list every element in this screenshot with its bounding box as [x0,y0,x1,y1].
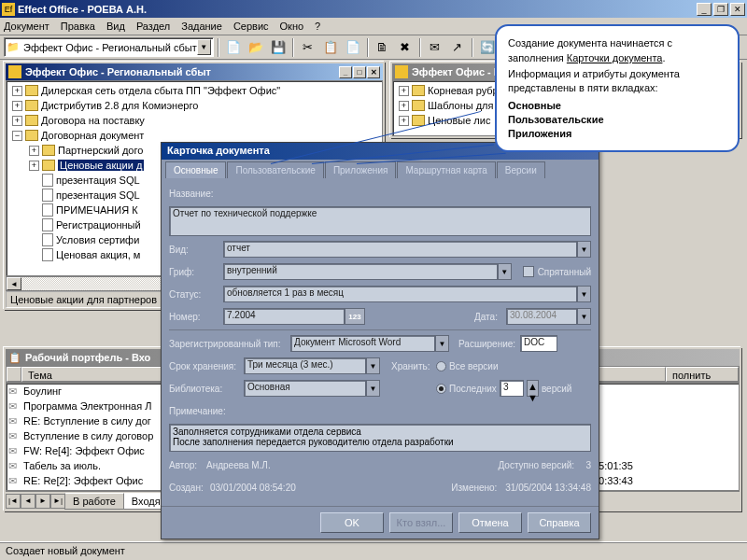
delete-button[interactable]: ✖ [395,37,416,58]
tree-item[interactable]: −Договорная документ [8,128,380,143]
vid-label: Вид: [169,245,223,255]
close-button[interactable]: ✕ [730,3,745,16]
keep-n-input[interactable]: 3 [500,380,524,397]
col-extra[interactable]: полнить [666,367,739,382]
folder-icon: 📁 [7,41,20,53]
tab-working[interactable]: В работе [64,493,124,510]
chevron-down-icon[interactable]: ▼ [577,308,591,325]
notes-label: Примечание: [169,406,244,416]
tree-item[interactable]: +Дистрибутив 2.8 для Комиэнерго [8,98,380,113]
menu-document[interactable]: Документ [4,21,49,32]
panel-max-button[interactable]: □ [353,66,366,78]
regtype-input[interactable]: Документ Microsoft Word [290,335,435,352]
tree-item[interactable]: +Договора на поставку [8,113,380,128]
help-button[interactable]: Справка [528,512,591,533]
ext-label: Расширение: [458,339,520,349]
storage-label: Срок хранения: [169,361,244,371]
storage-input[interactable]: Три месяца (3 мес.) [244,357,366,374]
tab-last-button[interactable]: ►| [50,494,65,509]
new-doc-button[interactable]: 📄 [223,37,244,58]
keep-last-radio[interactable] [436,384,446,394]
grif-label: Гриф: [169,267,223,277]
restore-button[interactable]: ❐ [713,3,728,16]
dialog-doc-card: Карточка документа Основные Пользователь… [161,142,599,539]
menu-help[interactable]: ? [315,21,320,32]
chevron-down-icon[interactable]: ▼ [366,357,380,374]
keep-last-label: Последних [449,384,497,394]
keep-label: Хранить: [391,361,436,371]
chevron-down-icon[interactable]: ▼ [498,263,512,280]
notes-input[interactable]: Заполняется сотрудниками отдела сервиса … [169,424,591,452]
hidden-label: Спрятанный [538,267,591,277]
cut-button[interactable]: ✂ [298,37,318,58]
hidden-checkbox[interactable] [523,266,534,277]
chevron-down-icon[interactable]: ▼ [197,39,211,55]
copy-button[interactable]: 📋 [320,37,341,58]
cancel-button[interactable]: Отмена [458,512,522,533]
num-label: Номер: [169,312,223,322]
ok-button[interactable]: OK [320,512,384,533]
menu-service[interactable]: Сервис [233,21,269,32]
menu-view[interactable]: Вид [106,21,125,32]
keep-all-radio[interactable] [436,361,446,371]
section-combo-value: Эффект Офис - Региональный сбыт [23,42,197,53]
tab-first-button[interactable]: |◄ [6,494,21,509]
tab-main[interactable]: Основные [165,161,226,178]
panel-min-button[interactable]: _ [339,66,352,78]
date-input[interactable]: 30.08.2004 [506,308,577,325]
folder-icon [395,65,408,78]
status-label: Статус: [169,289,223,300]
grif-input[interactable]: внутренний [223,263,498,280]
menu-section[interactable]: Раздел [136,21,170,32]
avail-value: 3 [585,460,591,470]
chevron-down-icon[interactable]: ▼ [435,335,449,352]
who-button[interactable]: Кто взял... [389,512,453,533]
panel-close-button[interactable]: ✕ [367,66,380,78]
route-button[interactable]: ↗ [447,37,468,58]
author-label: Автор: [169,460,206,470]
props-button[interactable]: 🗎 [373,37,393,58]
save-button[interactable]: 💾 [268,37,289,58]
open-button[interactable]: 📂 [246,37,266,58]
created-label: Создан: [169,483,210,493]
tab-user[interactable]: Пользовательские [227,161,323,178]
menu-window[interactable]: Окно [280,21,304,32]
tab-route[interactable]: Маршрутная карта [397,161,495,178]
spinner[interactable]: ▲▼ [527,380,539,397]
tab-versions[interactable]: Версии [497,161,545,178]
minimize-button[interactable]: _ [697,3,712,16]
status-input[interactable]: обновляется 1 раз в месяц [223,286,577,302]
avail-label: Доступно версий: [498,460,585,470]
created-value: 03/01/2004 08:54:20 [210,483,296,493]
keep-all-label: Все версии [449,361,499,371]
statusbar: Создает новый документ [0,541,747,560]
tree-item[interactable]: +Дилерская сеть отдела сбыта ПП "Эффект … [8,83,380,98]
num-input[interactable]: 7.2004 [223,308,345,325]
scroll-left-button[interactable]: ◄ [7,277,21,290]
lib-input[interactable]: Основная [244,380,366,397]
folder-icon [8,65,21,78]
chevron-down-icon[interactable]: ▼ [366,380,380,397]
chevron-down-icon[interactable]: ▼ [577,241,591,258]
app-title: Effect Office - РОЕВА А.Н. [18,4,697,15]
regtype-label: Зарегистрированный тип: [169,339,290,349]
panel-regional-title[interactable]: Эффект Офис - Региональный сбыт _ □ ✕ [6,63,383,80]
author-value: Андреева М.Л. [206,460,271,470]
app-titlebar: Ef Effect Office - РОЕВА А.Н. _ ❐ ✕ [0,0,747,18]
chevron-down-icon[interactable]: ▼ [577,286,591,302]
vid-input[interactable]: отчет [223,241,577,258]
mail-button[interactable]: ✉ [425,37,445,58]
app-icon: Ef [2,3,15,16]
section-combo[interactable]: 📁 Эффект Офис - Региональный сбыт ▼ [4,37,214,57]
name-input[interactable]: Отчет по технической поддержке [169,206,591,236]
tab-next-button[interactable]: ► [35,494,50,509]
ext-input[interactable]: DOC [520,335,557,352]
name-label: Название: [169,189,223,199]
tab-prev-button[interactable]: ◄ [21,494,35,509]
help-callout: Создание документа начинается с заполнен… [495,24,740,152]
num-gen-button[interactable]: 123 [345,308,365,325]
menu-task[interactable]: Задание [181,21,222,32]
menu-edit[interactable]: Правка [61,21,95,32]
paste-button[interactable]: 📄 [343,37,363,58]
changed-label: Изменено: [451,483,505,493]
